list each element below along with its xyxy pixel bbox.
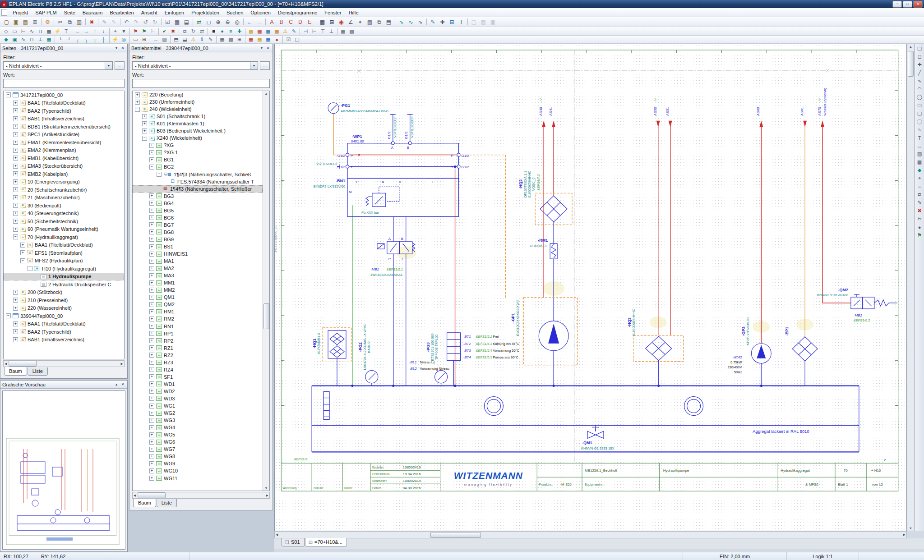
tree-item[interactable]: +WG5	[133, 431, 263, 438]
snap-grid-icon[interactable]: ⊞	[327, 18, 337, 26]
tree-item[interactable]: +WG11	[133, 474, 263, 482]
expand-icon[interactable]: +	[13, 306, 18, 311]
tree-item[interactable]: +WG2	[133, 409, 263, 417]
tree-item[interactable]: −1¶4¶3 (Näherungsschalter, Schließ	[133, 171, 263, 178]
tree-item[interactable]: +BAA1 (Titelblatt/Deckblatt)	[4, 320, 124, 328]
collapse-icon[interactable]: −	[135, 107, 140, 112]
expand-icon[interactable]: +	[20, 250, 25, 255]
close-button[interactable]: ✕	[913, 1, 923, 8]
collapse-icon[interactable]: −	[20, 258, 25, 263]
connection-point-icon[interactable]: ●	[218, 28, 226, 35]
menu-projektdaten[interactable]: Projektdaten	[188, 9, 223, 16]
menu-sap-plm[interactable]: SAP PLM	[32, 9, 60, 16]
align-top-icon[interactable]: ⊤	[319, 28, 327, 35]
expand-icon[interactable]: +	[149, 215, 154, 220]
potential-icon[interactable]: ≡	[226, 28, 235, 35]
origin2-icon[interactable]: ⌖	[915, 174, 924, 182]
erase-icon[interactable]: ✖	[915, 207, 924, 215]
tree-item[interactable]: +10 (Energieversorgung)	[4, 178, 124, 186]
align-left-icon[interactable]: ⊣	[301, 28, 310, 35]
tree-item[interactable]: +BDB1 (Strukturkennzeichenübersicht)	[4, 123, 124, 131]
expand-icon[interactable]: +	[149, 396, 154, 401]
corner-rd-icon[interactable]: ┘	[65, 36, 74, 43]
terminal-icon[interactable]: ⊢	[19, 28, 28, 35]
tree-item[interactable]: +WG6	[133, 438, 263, 445]
insert-cable-icon[interactable]: ∿	[19, 36, 28, 43]
expand-icon[interactable]: +	[149, 273, 154, 278]
expand-icon[interactable]: +	[149, 389, 154, 394]
tree-item[interactable]: +RZ2	[133, 352, 263, 359]
expand-icon[interactable]: +	[149, 461, 154, 466]
signal-1-icon[interactable]: ∿	[397, 18, 406, 26]
macro-insert-icon[interactable]: ⊞	[140, 36, 148, 43]
tree-item[interactable]: −3417217epl000_00	[4, 91, 124, 99]
expand-icon[interactable]: +	[13, 337, 18, 342]
expand-icon[interactable]: +	[149, 360, 154, 365]
expand-icon[interactable]: +	[13, 290, 18, 295]
mirror-icon[interactable]: ⇄	[198, 28, 206, 35]
tree-item[interactable]: +QM1	[133, 294, 263, 301]
tree-item[interactable]: +?XG	[133, 142, 263, 149]
scroll-right-icon[interactable]: ▶	[120, 361, 124, 367]
expand-icon[interactable]: +	[149, 222, 154, 227]
device-table-icon[interactable]: ▦	[172, 18, 182, 26]
grid-b-icon[interactable]: ▩	[226, 36, 235, 43]
expand-icon[interactable]: +	[149, 476, 154, 481]
sheet-tab-s01[interactable]: ❑ S01	[282, 538, 305, 546]
expand-icon[interactable]: +	[13, 108, 18, 113]
scroll-thumb[interactable]	[138, 492, 166, 498]
hatch-icon[interactable]: ▨	[160, 36, 169, 43]
insert-symbol-icon[interactable]: ◆	[2, 36, 10, 43]
edit-icon[interactable]: ✎	[915, 199, 924, 207]
tree-item[interactable]: +WG8	[133, 453, 263, 460]
tab-liste[interactable]: Liste	[28, 367, 48, 376]
symbol-icon[interactable]: ◆	[915, 166, 924, 174]
disabled-2-icon[interactable]: ▤	[479, 18, 488, 26]
disabled-1-icon[interactable]: ▢	[469, 18, 479, 26]
collapse-icon[interactable]: −	[13, 234, 18, 239]
flag2-icon[interactable]: ⚑	[915, 231, 924, 239]
back-icon[interactable]: ←	[245, 18, 254, 26]
select-icon[interactable]: ▢	[915, 45, 924, 52]
wert-input[interactable]	[3, 79, 125, 88]
corner-ru-icon[interactable]: ┐	[82, 36, 91, 43]
deselect-icon[interactable]: ▢	[293, 36, 301, 43]
raster-a-icon[interactable]: A	[267, 18, 277, 26]
tree-item[interactable]: −70 (Hydraulikaggregat)	[4, 233, 124, 241]
expand-icon[interactable]: +	[142, 129, 147, 133]
corner-ld-icon[interactable]: └	[56, 36, 65, 43]
menu-projekt[interactable]: Projekt	[9, 9, 32, 16]
tree-item[interactable]: 1¶4¶3 (Näherungsschalter, Schließer	[133, 185, 263, 193]
wert-input[interactable]	[132, 79, 270, 88]
junction-icon[interactable]: ✚	[235, 28, 244, 35]
menu-bauraum[interactable]: Bauraum	[79, 9, 106, 16]
tree-item[interactable]: +RP1	[133, 330, 263, 337]
scroll-right-icon[interactable]: ▶	[902, 532, 906, 537]
align-right-icon[interactable]: ⊢	[310, 28, 319, 35]
macro-box-icon[interactable]: ▭	[131, 36, 140, 43]
tree-item[interactable]: +RP2	[133, 337, 263, 344]
preview-canvas[interactable]	[2, 390, 125, 550]
scroll-right-icon[interactable]: ▶	[265, 493, 269, 498]
open-page-icon[interactable]: ▣	[11, 18, 21, 26]
expand-icon[interactable]: +	[149, 324, 154, 329]
pages-tree-hscrollbar[interactable]: ◀ ▶	[3, 360, 125, 367]
tree-item[interactable]: +SF1	[133, 373, 263, 381]
expand-icon[interactable]: +	[13, 187, 18, 192]
schematic-canvas[interactable]: 3417217epl000_00 -PG1 ABZMM63-400BAR/MPA…	[274, 44, 907, 531]
tree-item[interactable]: +EFS1 (Stromlaufplan)	[4, 249, 124, 257]
tree-item[interactable]: +MA3	[133, 272, 263, 279]
tree-item[interactable]: +BAA2 (Typenschild)	[4, 107, 124, 115]
tree-item[interactable]: +BG3	[133, 193, 263, 200]
tree-item[interactable]: +60 (Pneumatik Wartungseinheit)	[4, 225, 124, 234]
black-box-icon[interactable]: ■	[209, 28, 218, 35]
expand-icon[interactable]: +	[149, 440, 154, 445]
redo-icon[interactable]: ↷	[131, 18, 141, 26]
tree-item[interactable]: +BG8	[133, 229, 263, 236]
shield-icon[interactable]: ⊓	[36, 28, 45, 35]
tree-item[interactable]: +BPC1 (Artikelstückliste)	[4, 131, 124, 139]
expand-icon[interactable]: +	[13, 156, 18, 161]
filter-dropdown[interactable]: - Nicht aktiviert - ▼	[3, 61, 113, 70]
shopping-cart-icon[interactable]: ⊟	[447, 18, 457, 26]
expand-icon[interactable]: +	[149, 295, 154, 300]
